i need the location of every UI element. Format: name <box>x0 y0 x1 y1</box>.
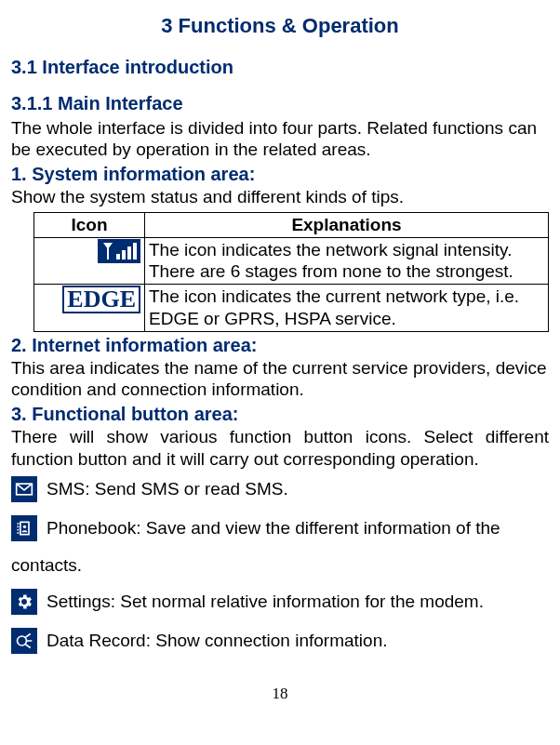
phonebook-text-cont: contacts. <box>11 554 549 577</box>
sms-text: SMS: Send SMS or read SMS. <box>47 478 288 500</box>
area-1-desc: Show the system status and different kin… <box>11 186 549 208</box>
settings-text: Settings: Set normal relative informatio… <box>47 591 484 613</box>
phonebook-icon <box>11 515 37 541</box>
settings-line: Settings: Set normal relative informatio… <box>11 589 549 615</box>
area-3-desc: There will show various function button … <box>11 426 549 471</box>
phonebook-text: Phonebook: Save and view the different i… <box>47 517 500 539</box>
svg-rect-7 <box>18 532 20 534</box>
system-info-table: Icon Explanations The icon indicates the… <box>33 212 549 332</box>
signal-explanation: The icon indicates the network signal in… <box>145 237 549 285</box>
signal-strength-icon <box>98 239 140 263</box>
network-type-icon: EDGE <box>62 286 140 313</box>
section-3-1-heading: 3.1 Interface introduction <box>11 56 549 79</box>
area-2-heading: 2. Internet information area: <box>11 334 549 357</box>
th-explanations: Explanations <box>145 212 549 237</box>
svg-rect-4 <box>18 523 20 525</box>
table-row: EDGE The icon indicates the current netw… <box>34 285 549 332</box>
th-icon: Icon <box>34 212 145 237</box>
sms-icon <box>11 476 37 502</box>
svg-rect-6 <box>18 528 20 530</box>
phonebook-line: Phonebook: Save and view the different i… <box>11 515 549 541</box>
edge-explanation: The icon indicates the current network t… <box>145 285 549 332</box>
data-record-line: Data Record: Show connection information… <box>11 628 549 654</box>
chapter-title: 3 Functions & Operation <box>11 13 549 39</box>
table-header-row: Icon Explanations <box>34 212 549 237</box>
settings-icon <box>11 589 37 615</box>
data-record-text: Data Record: Show connection information… <box>47 630 387 652</box>
table-row: The icon indicates the network signal in… <box>34 237 549 285</box>
area-1-heading: 1. System information area: <box>11 163 549 186</box>
area-2-desc: This area indicates the name of the curr… <box>11 357 549 402</box>
sms-line: SMS: Send SMS or read SMS. <box>11 476 549 502</box>
page-number: 18 <box>11 684 549 703</box>
signal-icon-cell <box>34 237 145 285</box>
intro-paragraph: The whole interface is divided into four… <box>11 117 549 162</box>
svg-point-3 <box>23 525 26 527</box>
data-record-icon <box>11 628 37 654</box>
area-3-heading: 3. Functional button area: <box>11 403 549 426</box>
edge-icon-cell: EDGE <box>34 285 145 332</box>
svg-rect-5 <box>18 525 20 527</box>
section-3-1-1-heading: 3.1.1 Main Interface <box>11 92 549 115</box>
